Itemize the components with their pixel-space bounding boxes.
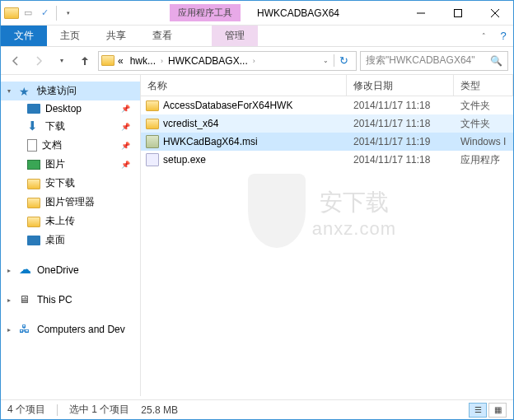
folder-icon [27,217,40,227]
back-button[interactable] [6,51,26,71]
tab-home[interactable]: 主页 [47,26,93,46]
msi-icon [146,135,159,148]
star-icon: ★ [19,85,32,98]
watermark: 安下载 anxz.com [207,174,437,253]
sidebar-this-pc[interactable]: ▸🖥This PC [1,291,140,309]
file-list: AccessDatabaseForX64HWK2014/11/17 11:18文… [141,96,513,169]
navigation-bar: ▾ « hwk... › HWKCADBAGX... › ⌄ ↻ 搜索"HWKC… [1,47,513,75]
exe-icon [146,153,159,166]
document-icon [27,139,37,152]
contextual-tab-header: 应用程序工具 [170,4,241,21]
pc-icon: 🖥 [19,293,32,306]
view-switcher: ☰ ▦ [469,403,507,418]
sidebar-item-anxiazai[interactable]: 安下载 [1,174,140,193]
chevron-right-icon[interactable]: ▸ [7,267,14,274]
file-row[interactable]: HWKCadBagX64.msi2014/11/17 11:19Windows … [141,133,513,151]
breadcrumb-segment[interactable]: hwk... [127,55,159,67]
chevron-right-icon[interactable]: ▸ [7,326,14,334]
status-item-count: 4 个项目 [7,403,45,417]
sidebar-onedrive[interactable]: ▸☁OneDrive [1,261,140,279]
forward-button[interactable] [29,51,49,71]
sidebar-item-pictures[interactable]: 图片📌 [1,155,140,174]
chevron-right-icon[interactable]: › [251,57,257,65]
tab-view[interactable]: 查看 [139,26,185,46]
file-name: HWKCadBagX64.msi [163,136,258,147]
maximize-button[interactable] [439,2,476,25]
view-details-button[interactable]: ☰ [469,403,487,418]
folder-icon [146,119,159,129]
network-icon: 🖧 [19,323,32,336]
search-input[interactable]: 搜索"HWKCADBAGX64" 🔍 [360,51,508,71]
recent-dropdown-icon[interactable]: ▾ [52,51,72,71]
sidebar-quick-access[interactable]: ▾ ★ 快速访问 [1,82,140,100]
sidebar-item-notuploaded[interactable]: 未上传 [1,212,140,231]
column-headers: 名称 修改日期 类型 [141,75,513,96]
folder-icon [27,179,40,189]
folder-icon [27,198,40,208]
column-date[interactable]: 修改日期 [347,75,454,96]
sidebar-computers[interactable]: ▸🖧Computers and Dev [1,320,140,338]
desktop-icon [27,104,40,114]
tab-manage[interactable]: 管理 [212,26,258,46]
refresh-icon[interactable]: ↻ [334,54,353,67]
file-name: AccessDatabaseForX64HWK [163,100,292,111]
svg-rect-1 [454,9,461,16]
window-title: HWKCADBAGX64 [257,7,402,19]
address-dropdown-icon[interactable]: ⌄ [318,57,334,64]
breadcrumb-folder-icon [101,55,114,66]
main-area: ▾ ★ 快速访问 Desktop📌 ⬇下载📌 文档📌 图片📌 安下载 图片管理器… [1,75,513,396]
up-button[interactable] [75,51,95,71]
sidebar-item-downloads[interactable]: ⬇下载📌 [1,117,140,136]
sidebar-item-desktop[interactable]: Desktop📌 [1,100,140,117]
breadcrumb-overflow[interactable]: « [114,55,127,67]
qat-dropdown-icon[interactable]: ▾ [61,6,76,21]
column-type[interactable]: 类型 [454,75,513,96]
column-name[interactable]: 名称 [141,75,347,96]
breadcrumb-segment[interactable]: HWKCADBAGX... [165,55,251,67]
chevron-right-icon[interactable]: ▸ [7,296,14,304]
status-size: 25.8 MB [141,404,178,416]
file-type: 文件夹 [454,117,513,131]
shield-icon [248,174,306,248]
chevron-down-icon[interactable]: ▾ [7,87,14,95]
sidebar-item-label: 快速访问 [37,84,77,98]
download-icon: ⬇ [27,120,40,133]
window-controls [402,2,513,25]
file-type: 文件夹 [454,99,513,113]
pictures-icon [27,160,40,170]
help-icon[interactable]: ? [493,26,513,46]
navigation-pane: ▾ ★ 快速访问 Desktop📌 ⬇下载📌 文档📌 图片📌 安下载 图片管理器… [1,75,141,396]
file-list-pane: 名称 修改日期 类型 AccessDatabaseForX64HWK2014/1… [141,75,513,396]
sidebar-item-picmgr[interactable]: 图片管理器 [1,193,140,212]
chevron-right-icon[interactable]: › [159,57,165,65]
ribbon-collapse-icon[interactable]: ˄ [474,26,493,46]
sidebar-item-desktop-cn[interactable]: 桌面 [1,231,140,250]
search-placeholder: 搜索"HWKCADBAGX64" [366,54,475,68]
file-type: Windows I [454,136,513,147]
minimize-button[interactable] [402,2,439,25]
ribbon-tabs: 文件 主页 共享 查看 管理 ˄ ? [1,26,513,47]
quick-access-toolbar: ▭ ✓ ▾ [1,6,79,21]
file-name: setup.exe [163,154,206,166]
pin-icon: 📌 [121,105,130,113]
tab-share[interactable]: 共享 [93,26,139,46]
qat-separator [56,6,57,21]
close-button[interactable] [476,2,513,25]
file-row[interactable]: AccessDatabaseForX64HWK2014/11/17 11:18文… [141,96,513,114]
sidebar-item-documents[interactable]: 文档📌 [1,136,140,155]
file-date: 2014/11/17 11:19 [347,136,454,147]
file-row[interactable]: setup.exe2014/11/17 11:18应用程序 [141,151,513,169]
pin-icon: 📌 [121,142,130,150]
file-row[interactable]: vcredist_x642014/11/17 11:18文件夹 [141,114,513,133]
view-icons-button[interactable]: ▦ [488,403,507,418]
file-name: vcredist_x64 [163,118,218,129]
separator [57,404,58,416]
app-folder-icon [4,7,19,19]
qat-item-icon[interactable]: ▭ [21,6,35,21]
address-bar[interactable]: « hwk... › HWKCADBAGX... › ⌄ ↻ [98,51,357,71]
search-icon[interactable]: 🔍 [490,55,502,67]
qat-check-icon[interactable]: ✓ [37,6,52,21]
watermark-text: 安下载 [312,187,396,218]
tab-file[interactable]: 文件 [1,26,47,46]
file-type: 应用程序 [454,153,513,167]
